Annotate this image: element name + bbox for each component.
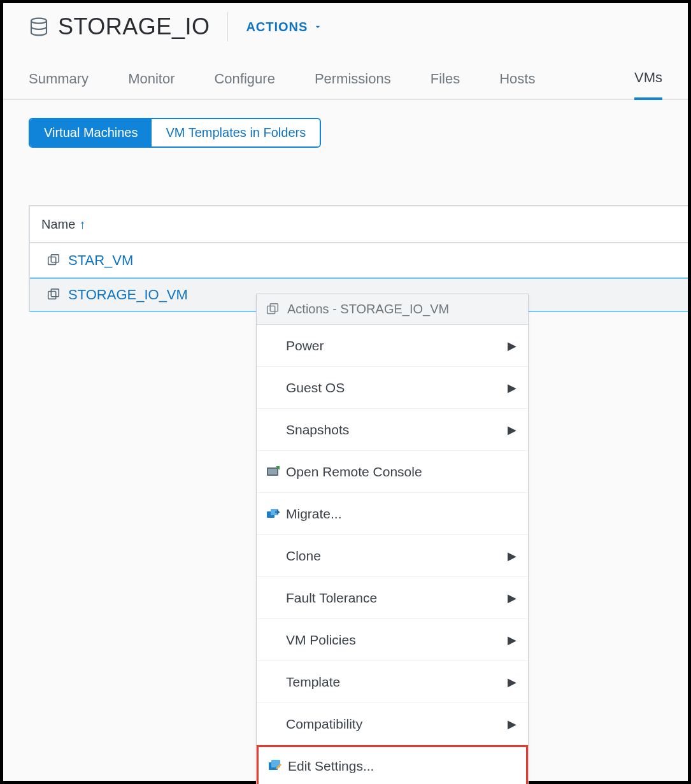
- chevron-right-icon: ▶: [508, 381, 516, 395]
- chevron-right-icon: ▶: [508, 591, 516, 605]
- migrate-icon: [266, 506, 281, 522]
- menu-item-label: Power: [286, 338, 324, 353]
- menu-item-vm-policies[interactable]: VM Policies ▶: [257, 619, 528, 661]
- context-menu-header: Actions - STORAGE_IO_VM: [257, 294, 528, 325]
- vm-icon: [266, 303, 280, 317]
- menu-item-power[interactable]: Power ▶: [257, 325, 528, 367]
- menu-item-edit-settings[interactable]: Edit Settings...: [257, 745, 528, 784]
- menu-item-label: VM Policies: [286, 632, 356, 648]
- edit-settings-icon: [267, 759, 283, 774]
- table-row[interactable]: STAR_VM: [30, 243, 688, 278]
- context-menu: Actions - STORAGE_IO_VM Power ▶ Guest OS…: [256, 294, 529, 784]
- svg-rect-6: [270, 303, 278, 311]
- menu-item-label: Open Remote Console: [286, 464, 422, 480]
- svg-rect-3: [48, 292, 56, 299]
- sort-ascending-icon: ↑: [79, 217, 85, 232]
- table-header-row[interactable]: Name ↑: [30, 206, 688, 243]
- vm-icon: [46, 288, 61, 302]
- actions-dropdown[interactable]: ACTIONS: [246, 20, 323, 34]
- menu-item-label: Guest OS: [286, 380, 345, 396]
- menu-item-open-remote-console[interactable]: Open Remote Console: [257, 451, 528, 493]
- tab-summary[interactable]: Summary: [29, 63, 89, 99]
- datastore-icon: [29, 17, 49, 37]
- menu-item-label: Compatibility: [286, 716, 362, 732]
- tab-monitor[interactable]: Monitor: [128, 63, 175, 99]
- vm-icon: [46, 253, 61, 267]
- chevron-right-icon: ▶: [508, 549, 516, 563]
- tab-permissions[interactable]: Permissions: [315, 63, 391, 99]
- chevron-right-icon: ▶: [508, 717, 516, 731]
- menu-item-guest-os[interactable]: Guest OS ▶: [257, 367, 528, 409]
- menu-item-compatibility[interactable]: Compatibility ▶: [257, 703, 528, 745]
- page-header: STORAGE_IO ACTIONS: [3, 12, 688, 55]
- menu-item-label: Edit Settings...: [288, 759, 374, 774]
- column-header-name[interactable]: Name ↑: [41, 217, 85, 232]
- menu-item-clone[interactable]: Clone ▶: [257, 535, 528, 577]
- chevron-right-icon: ▶: [508, 339, 516, 353]
- vm-name-link[interactable]: STORAGE_IO_VM: [68, 287, 188, 303]
- menu-item-snapshots[interactable]: Snapshots ▶: [257, 409, 528, 451]
- svg-point-0: [31, 18, 46, 24]
- menu-item-label: Clone: [286, 548, 321, 564]
- svg-rect-1: [48, 257, 56, 264]
- menu-item-label: Snapshots: [286, 422, 349, 438]
- tab-hosts[interactable]: Hosts: [499, 63, 535, 99]
- chevron-right-icon: ▶: [508, 675, 516, 689]
- subtab-virtual-machines[interactable]: Virtual Machines: [30, 119, 152, 146]
- chevron-right-icon: ▶: [508, 633, 516, 647]
- subtabs-container: Virtual Machines VM Templates in Folders: [3, 100, 688, 148]
- svg-rect-8: [268, 469, 277, 474]
- chevron-right-icon: ▶: [508, 423, 516, 437]
- app-window: STORAGE_IO ACTIONS Summary Monitor Confi…: [0, 0, 691, 784]
- column-header-name-label: Name: [41, 217, 75, 232]
- svg-rect-5: [267, 306, 275, 313]
- context-menu-title: Actions - STORAGE_IO_VM: [287, 302, 449, 317]
- subtabs: Virtual Machines VM Templates in Folders: [29, 118, 321, 148]
- console-icon: [266, 464, 281, 480]
- tab-vms[interactable]: VMs: [634, 62, 662, 100]
- menu-item-fault-tolerance[interactable]: Fault Tolerance ▶: [257, 577, 528, 619]
- menu-item-template[interactable]: Template ▶: [257, 661, 528, 703]
- vm-name-link[interactable]: STAR_VM: [68, 252, 133, 269]
- tab-configure[interactable]: Configure: [214, 63, 274, 99]
- chevron-down-icon: [313, 22, 323, 32]
- menu-item-label: Template: [286, 674, 340, 690]
- actions-label: ACTIONS: [246, 20, 308, 34]
- tab-files[interactable]: Files: [431, 63, 460, 99]
- menu-item-label: Fault Tolerance: [286, 590, 377, 606]
- header-divider: [227, 12, 228, 41]
- svg-rect-4: [51, 289, 59, 297]
- main-tabs: Summary Monitor Configure Permissions Fi…: [3, 62, 688, 100]
- page-title: STORAGE_IO: [58, 13, 210, 40]
- subtab-vm-templates[interactable]: VM Templates in Folders: [152, 119, 320, 146]
- menu-item-migrate[interactable]: Migrate...: [257, 493, 528, 535]
- menu-item-label: Migrate...: [286, 506, 342, 522]
- svg-rect-2: [51, 254, 59, 262]
